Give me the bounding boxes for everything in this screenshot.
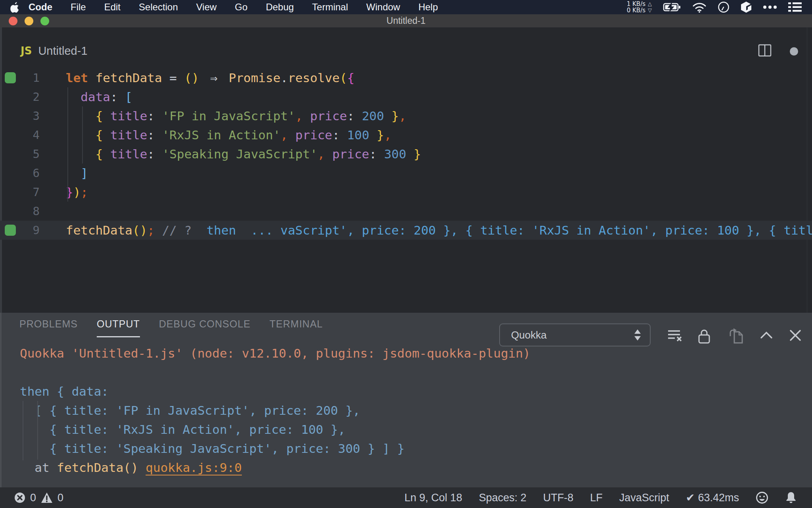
panel-tab-terminal[interactable]: TERMINAL <box>270 318 323 337</box>
line-number[interactable]: 1 <box>8 68 40 87</box>
panel-tab-problems[interactable]: PROBLEMS <box>19 318 78 337</box>
menu-debug[interactable]: Debug <box>266 2 294 13</box>
line-text: { title: 'RxJS in Action', price: 100 }, <box>66 125 391 144</box>
apple-logo-icon[interactable] <box>10 2 20 13</box>
output-lines: Quokka 'Untitled-1.js' (node: v12.10.0, … <box>0 344 812 477</box>
token: = <box>162 71 184 85</box>
code-line[interactable]: 2 data: [ <box>0 87 812 106</box>
token: price <box>310 109 347 123</box>
line-number[interactable]: 7 <box>8 183 40 202</box>
clock-icon[interactable] <box>718 1 730 13</box>
code-line[interactable]: 7}); <box>0 183 812 202</box>
menu-code[interactable]: Code <box>29 2 52 13</box>
menu-terminal[interactable]: Terminal <box>312 2 348 13</box>
indentation-setting[interactable]: Spaces: 2 <box>479 492 527 504</box>
output-line[interactable]: at fetchData() quokka.js:9:0 <box>0 458 812 477</box>
menu-file[interactable]: File <box>71 2 86 13</box>
output-line[interactable]: { title: 'Speaking JavaScript', price: 3… <box>0 439 812 458</box>
encoding-setting[interactable]: UTF-8 <box>543 492 574 504</box>
code-line[interactable]: 6 ] <box>0 164 812 183</box>
lock-icon[interactable] <box>697 328 711 344</box>
token <box>103 109 110 123</box>
line-text: { title: 'FP in JavaScript', price: 200 … <box>66 106 406 125</box>
menu-help[interactable]: Help <box>418 2 438 13</box>
token: : <box>347 109 354 123</box>
output-line[interactable] <box>0 363 812 382</box>
line-number[interactable]: 3 <box>8 106 40 125</box>
line-number[interactable]: 8 <box>8 202 40 221</box>
code-line[interactable]: 1let fetchData = () ⇒ Promise.resolve({ <box>0 68 812 87</box>
network-speed-indicator[interactable]: 1 KB/s△ 0 KB/s▽ <box>627 1 652 13</box>
panel-tab-debug-console[interactable]: DEBUG CONSOLE <box>159 318 251 337</box>
problems-status[interactable]: 0 0 <box>14 492 63 504</box>
token: // ? <box>162 223 192 237</box>
menu-go[interactable]: Go <box>235 2 247 13</box>
menu-selection[interactable]: Selection <box>139 2 178 13</box>
token: : <box>110 90 118 104</box>
token: fetchData <box>96 71 162 85</box>
quokka-perf[interactable]: ✔63.42ms <box>686 491 739 504</box>
code-line[interactable]: 9fetchData(); // ? then ... vaScript', p… <box>0 221 812 240</box>
output-line[interactable]: { title: 'RxJS in Action', price: 100 }, <box>0 420 812 439</box>
unsaved-changes-dot[interactable] <box>790 47 798 56</box>
token <box>354 109 362 123</box>
cursor-position[interactable]: Ln 9, Col 18 <box>404 492 462 504</box>
token <box>66 147 96 161</box>
split-editor-icon[interactable] <box>758 44 772 57</box>
line-text: { title: 'Speaking JavaScript', price: 3… <box>66 144 421 164</box>
list-menu-icon[interactable] <box>788 2 802 12</box>
output-line[interactable]: then { data: <box>0 382 812 401</box>
output-line[interactable]: [ { title: 'FP in JavaScript', price: 20… <box>0 401 812 420</box>
maximize-panel-chevron-icon[interactable] <box>759 328 774 343</box>
errors-icon <box>14 492 25 503</box>
token <box>325 147 332 161</box>
line-number[interactable]: 4 <box>8 125 40 144</box>
output-channel-select[interactable]: Quokka <box>499 323 651 346</box>
token <box>103 147 110 161</box>
code-line[interactable]: 8 <box>0 202 812 221</box>
wifi-icon[interactable] <box>692 2 707 13</box>
code-lines: 1let fetchData = () ⇒ Promise.resolve({2… <box>0 68 812 240</box>
cube-app-icon[interactable] <box>741 1 752 13</box>
line-text: { title: 'RxJS in Action', price: 100 }, <box>20 420 345 439</box>
line-number[interactable]: 2 <box>8 87 40 106</box>
screen: CodeFileEditSelectionViewGoDebugTerminal… <box>0 0 812 508</box>
output-line[interactable]: Quokka 'Untitled-1.js' (node: v12.10.0, … <box>0 344 812 363</box>
line-text: { title: 'Speaking JavaScript', price: 3… <box>20 439 405 458</box>
eol-setting[interactable]: LF <box>590 492 603 504</box>
notifications-bell-icon[interactable] <box>785 491 797 504</box>
token: ; <box>80 185 88 199</box>
macos-menubar: CodeFileEditSelectionViewGoDebugTerminal… <box>0 0 812 14</box>
token <box>155 128 162 142</box>
code-line[interactable]: 5 { title: 'Speaking JavaScript', price:… <box>0 144 812 164</box>
menu-view[interactable]: View <box>196 2 217 13</box>
open-output-in-editor-icon[interactable] <box>729 328 745 344</box>
panel-tab-output[interactable]: OUTPUT <box>97 318 140 337</box>
line-number[interactable]: 9 <box>8 221 40 240</box>
warning-count: 0 <box>57 492 63 504</box>
code-line[interactable]: 3 { title: 'FP in JavaScript', price: 20… <box>0 106 812 125</box>
menu-window[interactable]: Window <box>366 2 400 13</box>
token[interactable]: quokka.js:9:0 <box>146 460 242 475</box>
code-line[interactable]: 4 { title: 'RxJS in Action', price: 100 … <box>0 125 812 144</box>
language-mode[interactable]: JavaScript <box>619 492 669 504</box>
token: let <box>66 71 88 85</box>
line-number[interactable]: 5 <box>8 144 40 164</box>
clear-output-icon[interactable] <box>667 328 683 343</box>
close-panel-icon[interactable] <box>788 328 802 343</box>
token: , <box>399 109 406 123</box>
token: 'FP in JavaScript' <box>162 109 295 123</box>
overflow-dots-icon[interactable] <box>763 5 777 9</box>
feedback-smiley-icon[interactable] <box>756 491 768 504</box>
token: : <box>147 128 155 142</box>
editor-tab[interactable]: JS Untitled-1 <box>21 42 88 60</box>
perf-time: 63.42ms <box>698 492 739 504</box>
line-number[interactable]: 6 <box>8 164 40 183</box>
token: : <box>332 128 340 142</box>
token: } <box>414 147 421 161</box>
battery-charging-icon[interactable] <box>663 2 681 12</box>
token: resolve <box>288 71 340 85</box>
menu-edit[interactable]: Edit <box>104 2 121 13</box>
upload-speed: 1 KB/s <box>627 1 645 7</box>
token: , <box>280 128 288 142</box>
